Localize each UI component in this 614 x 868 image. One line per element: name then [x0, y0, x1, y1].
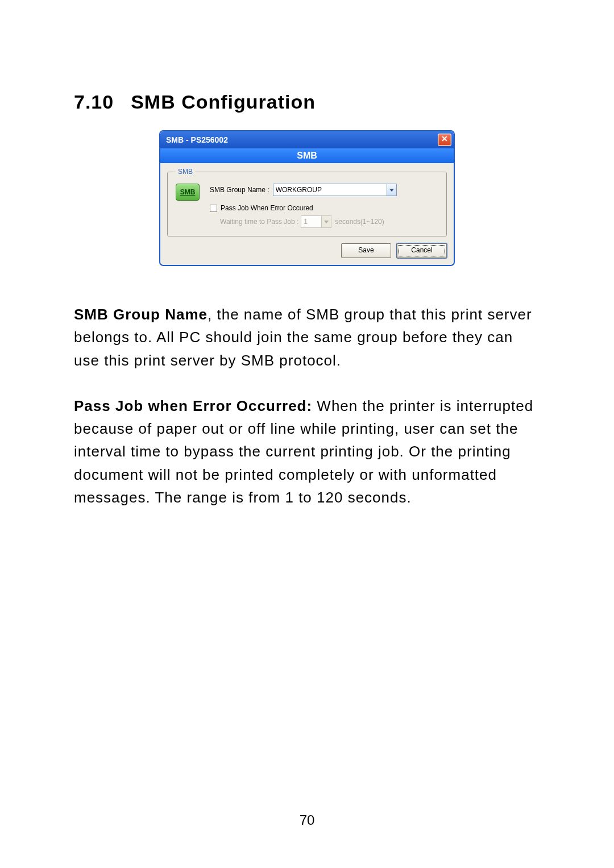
chevron-down-icon — [324, 221, 329, 223]
dialog-screenshot: SMB - PS256002 ✕ SMB SMB SMB SMB Group N… — [159, 130, 455, 266]
dialog-button-row: Save Cancel — [167, 243, 447, 258]
group-name-combo[interactable] — [273, 184, 397, 196]
chevron-down-icon — [389, 189, 394, 192]
waiting-time-combo — [301, 215, 331, 228]
p1-bold: SMB Group Name — [74, 306, 208, 323]
dialog-title: SMB - PS256002 — [166, 135, 228, 144]
fieldset-legend: SMB — [176, 168, 195, 176]
p2-bold: Pass Job when Error Occurred: — [74, 397, 312, 414]
waiting-time-dropdown-button — [321, 215, 331, 228]
page-number: 70 — [0, 812, 614, 828]
waiting-time-row: Waiting time to Pass Job : seconds(1~120… — [220, 215, 438, 228]
section-heading: 7.10SMB Configuration — [74, 91, 540, 113]
waiting-time-input — [301, 215, 321, 228]
waiting-time-suffix: seconds(1~120) — [335, 218, 384, 226]
dialog-body: SMB SMB SMB SMB Group Name : — [160, 148, 454, 265]
close-icon: ✕ — [441, 134, 448, 143]
dialog-titlebar: SMB - PS256002 ✕ — [160, 131, 454, 148]
smb-fieldset: SMB SMB SMB Group Name : — [167, 168, 447, 236]
section-number: 7.10 — [74, 91, 114, 113]
close-button[interactable]: ✕ — [438, 134, 451, 146]
waiting-time-label: Waiting time to Pass Job : — [220, 218, 298, 226]
group-name-row: SMB Group Name : — [210, 184, 438, 196]
dialog-banner: SMB — [160, 148, 454, 163]
group-name-dropdown-button[interactable] — [387, 184, 397, 196]
pass-job-row: Pass Job When Error Occured — [210, 204, 438, 212]
smb-config-dialog: SMB - PS256002 ✕ SMB SMB SMB SMB Group N… — [159, 130, 455, 266]
paragraph-1: SMB Group Name, the name of SMB group th… — [74, 303, 540, 372]
smb-icon: SMB — [176, 184, 200, 201]
section-title-text: SMB Configuration — [131, 91, 316, 113]
save-button[interactable]: Save — [341, 243, 391, 258]
pass-job-checkbox[interactable] — [210, 205, 217, 212]
cancel-button[interactable]: Cancel — [397, 243, 447, 258]
group-name-input[interactable] — [273, 184, 387, 196]
group-name-label: SMB Group Name : — [210, 186, 269, 194]
paragraph-2: Pass Job when Error Occurred: When the p… — [74, 394, 540, 509]
pass-job-label: Pass Job When Error Occured — [221, 204, 313, 212]
